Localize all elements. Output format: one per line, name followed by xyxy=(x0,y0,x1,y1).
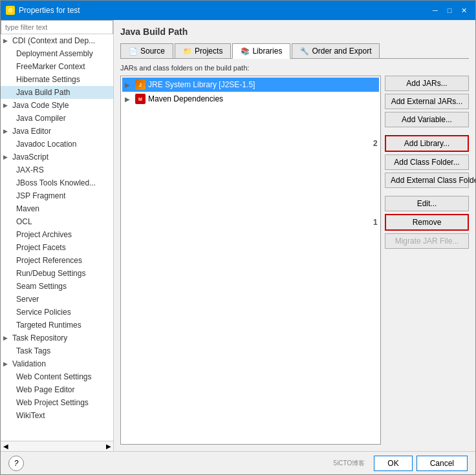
tree-item-label: JRE System Library [J2SE-1.5] xyxy=(148,80,255,89)
sidebar-item-web-content-settings[interactable]: Web Content Settings xyxy=(1,370,113,383)
add-class-folder-button[interactable]: Add Class Folder... xyxy=(385,154,469,170)
sidebar-item-server[interactable]: Server xyxy=(1,293,113,306)
sidebar-item-label: Deployment Assembly xyxy=(16,49,93,58)
sidebar-item-seam-settings[interactable]: Seam Settings xyxy=(1,280,113,293)
sidebar-item-javadoc[interactable]: Javadoc Location xyxy=(1,138,113,151)
sidebar-item-label: Javadoc Location xyxy=(16,140,76,149)
sidebar-item-validation[interactable]: ▶Validation xyxy=(1,357,113,370)
tab-order-export[interactable]: 🔧Order and Export xyxy=(292,43,380,58)
sidebar-item-label: Project Facets xyxy=(16,243,66,252)
tree-arrow-icon: ▶ xyxy=(125,81,133,89)
remove-button[interactable]: Remove xyxy=(385,214,469,231)
sidebar-item-label: Java Compiler xyxy=(16,114,66,123)
sidebar-item-label: Java Build Path xyxy=(16,88,70,97)
sidebar-item-java-code-style[interactable]: ▶Java Code Style xyxy=(1,99,113,112)
order-export-tab-icon: 🔧 xyxy=(300,47,309,56)
maximize-button[interactable]: □ xyxy=(443,5,456,16)
add-jars-button[interactable]: Add JARs... xyxy=(385,76,469,91)
sidebar-item-run-debug[interactable]: Run/Debug Settings xyxy=(1,267,113,280)
sidebar-item-java-build-path[interactable]: Java Build Path xyxy=(1,86,113,99)
ok-button[interactable]: OK xyxy=(374,456,412,471)
title-bar-controls: ─ □ ✕ xyxy=(429,5,470,16)
help-button[interactable]: ? xyxy=(8,456,24,471)
expand-arrow: ▶ xyxy=(3,128,10,134)
sidebar-item-project-archives[interactable]: Project Archives xyxy=(1,228,113,241)
sidebar-item-label: Run/Debug Settings xyxy=(16,269,85,278)
tab-source[interactable]: 📄Source xyxy=(120,43,173,58)
sidebar-item-label: Java Code Style xyxy=(12,101,69,110)
sidebar-item-task-tags[interactable]: Task Tags xyxy=(1,344,113,357)
sidebar-item-label: Validation xyxy=(12,359,46,368)
bottom-bar: ? 5iCTO博客 OK Cancel xyxy=(1,451,475,474)
add-library-button[interactable]: Add Library... xyxy=(385,135,469,152)
sidebar-item-label: Seam Settings xyxy=(16,282,67,291)
sidebar-item-label: Web Page Editor xyxy=(16,385,75,394)
scroll-right-icon[interactable]: ▶ xyxy=(106,443,111,450)
sidebar-item-project-facets[interactable]: Project Facets xyxy=(1,241,113,254)
sidebar-item-deployment[interactable]: Deployment Assembly xyxy=(1,47,113,60)
sidebar-item-label: Targeted Runtimes xyxy=(16,321,81,330)
sidebar-item-label: JAX-RS xyxy=(16,165,44,174)
sidebar-item-label: OCL xyxy=(16,217,32,226)
step-number-2: 2 xyxy=(373,139,378,148)
source-tab-icon: 📄 xyxy=(129,47,138,56)
sidebar-item-jsp-fragment[interactable]: JSP Fragment xyxy=(1,189,113,202)
window-icon: ⚙ xyxy=(6,6,15,15)
sidebar-item-javascript[interactable]: ▶JavaScript xyxy=(1,151,113,164)
filter-input[interactable] xyxy=(1,20,113,34)
minimize-button[interactable]: ─ xyxy=(429,5,442,16)
sidebar-item-targeted-runtimes[interactable]: Targeted Runtimes xyxy=(1,319,113,332)
sidebar-item-java-editor[interactable]: ▶Java Editor xyxy=(1,125,113,138)
sidebar-item-project-references[interactable]: Project References xyxy=(1,254,113,267)
sidebar-item-label: Java Editor xyxy=(12,127,51,136)
add-variable-button[interactable]: Add Variable... xyxy=(385,112,469,127)
tab-label: Projects xyxy=(195,47,222,56)
sidebar-item-label: Service Policies xyxy=(16,308,71,317)
right-panel: Java Build Path 📄Source📁Projects📚Librari… xyxy=(114,20,475,451)
libraries-tab-icon: 📚 xyxy=(241,47,250,56)
add-external-class-folder-button[interactable]: Add External Class Folder... xyxy=(385,173,469,188)
add-external-jars-button[interactable]: Add External JARs... xyxy=(385,94,469,109)
panel-title: Java Build Path xyxy=(120,26,469,37)
sidebar-item-label: JBoss Tools Knowled... xyxy=(16,178,96,187)
tree-item-label: Maven Dependencies xyxy=(148,94,223,103)
description: JARs and class folders on the build path… xyxy=(120,64,469,72)
migrate-jar-button: Migrate JAR File... xyxy=(385,233,469,249)
tab-projects[interactable]: 📁Projects xyxy=(175,43,231,58)
sidebar-item-ocl[interactable]: OCL xyxy=(1,215,113,228)
sidebar-item-task-repository[interactable]: ▶Task Repository xyxy=(1,332,113,344)
sidebar-item-wikitext[interactable]: WikiText xyxy=(1,409,113,422)
sidebar-item-service-policies[interactable]: Service Policies xyxy=(1,306,113,319)
sidebar-item-java-compiler[interactable]: Java Compiler xyxy=(1,112,113,125)
expand-arrow: ▶ xyxy=(3,361,10,367)
tree-item-jre[interactable]: ▶JJRE System Library [J2SE-1.5] xyxy=(122,78,379,92)
sidebar-item-label: Task Repository xyxy=(12,333,67,343)
sidebar-item-jboss-tools[interactable]: JBoss Tools Knowled... xyxy=(1,176,113,189)
cancel-button[interactable]: Cancel xyxy=(416,456,468,471)
sidebar-item-label: JavaScript xyxy=(12,153,49,162)
sidebar-item-label: FreeMarker Context xyxy=(16,62,85,71)
sidebar-item-maven[interactable]: Maven xyxy=(1,202,113,215)
expand-arrow: ▶ xyxy=(3,335,10,341)
bottom-bar-left: ? xyxy=(8,456,330,471)
window-title: Properties for test xyxy=(19,6,80,15)
tab-libraries[interactable]: 📚Libraries xyxy=(232,43,290,59)
buttons-panel: Add JARs...Add External JARs...Add Varia… xyxy=(385,76,469,445)
sidebar-item-freemarker[interactable]: FreeMarker Context xyxy=(1,60,113,73)
sidebar-item-label: JSP Fragment xyxy=(16,191,65,200)
edit-button[interactable]: Edit... xyxy=(385,196,469,211)
scroll-left-icon[interactable]: ◀ xyxy=(3,443,8,450)
watermark: 5iCTO博客 xyxy=(334,459,365,468)
build-path-area: ▶JJRE System Library [J2SE-1.5]▶MMaven D… xyxy=(120,76,469,445)
tree-item-maven[interactable]: ▶MMaven Dependencies xyxy=(122,92,379,106)
sidebar-item-cdi[interactable]: ▶CDI (Context and Dep... xyxy=(1,34,113,47)
sidebar-item-web-project-settings[interactable]: Web Project Settings xyxy=(1,396,113,409)
sidebar-item-hibernate[interactable]: Hibernate Settings xyxy=(1,73,113,86)
jre-icon: J xyxy=(135,79,146,90)
tree-arrow-icon: ▶ xyxy=(125,96,133,103)
sidebar-item-jax-rs[interactable]: JAX-RS xyxy=(1,164,113,176)
projects-tab-icon: 📁 xyxy=(183,47,192,56)
sidebar-item-web-page-editor[interactable]: Web Page Editor xyxy=(1,383,113,396)
maven-icon: M xyxy=(135,94,146,104)
close-button[interactable]: ✕ xyxy=(457,5,470,16)
